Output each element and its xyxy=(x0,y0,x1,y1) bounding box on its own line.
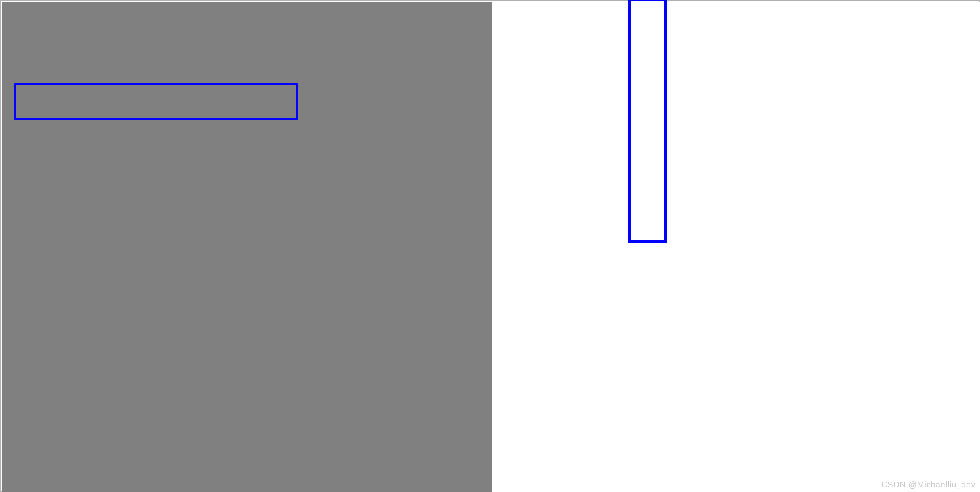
rect-rotated xyxy=(628,0,667,243)
right-panel xyxy=(492,2,980,492)
left-panel xyxy=(2,2,492,492)
canvas: CSDN @Michaelliu_dev xyxy=(0,0,980,492)
watermark: CSDN @Michaelliu_dev xyxy=(881,480,975,490)
rect-original xyxy=(14,83,298,120)
